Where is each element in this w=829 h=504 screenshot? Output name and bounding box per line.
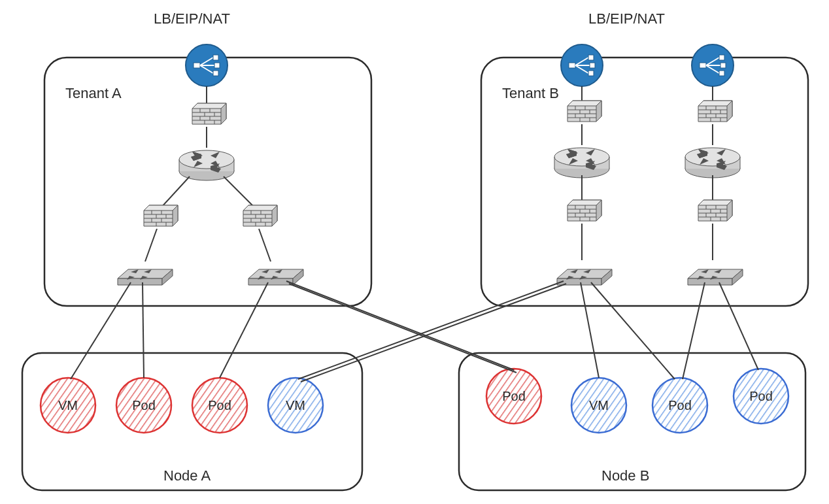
firewall-icon (698, 101, 732, 122)
vm-label: VM (286, 398, 305, 412)
svg-line-58 (220, 282, 268, 378)
svg-line-62 (719, 282, 758, 370)
switch-icon (118, 269, 173, 285)
firewall-icon (567, 101, 601, 122)
pod-label: Pod (668, 398, 692, 412)
router-icon (179, 150, 234, 180)
pod-label: Pod (132, 398, 156, 412)
firewall-icon (243, 205, 277, 226)
svg-line-56 (71, 282, 131, 379)
node-b-label: Node B (601, 467, 649, 484)
firewall-icon (567, 200, 601, 221)
svg-line-61 (683, 282, 705, 379)
tenant-a-label: Tenant A (65, 85, 122, 101)
load-balancer-icon (561, 44, 603, 86)
switch-icon (688, 269, 743, 285)
svg-line-60 (591, 282, 675, 379)
router-icon (685, 148, 740, 178)
tenant-b-label: Tenant B (502, 85, 559, 101)
firewall-icon (192, 103, 226, 124)
title-b: LB/EIP/NAT (588, 10, 665, 27)
svg-line-46 (145, 229, 157, 261)
title-a: LB/EIP/NAT (154, 10, 230, 27)
svg-line-45 (224, 176, 255, 208)
svg-line-57 (143, 282, 144, 378)
router-icon (554, 148, 609, 178)
pod-label: Pod (502, 389, 526, 403)
switch-icon (248, 269, 303, 285)
switch-icon (557, 269, 612, 285)
svg-line-47 (259, 229, 271, 261)
vm-label: VM (589, 398, 609, 412)
load-balancer-icon (186, 44, 228, 86)
vm-label: VM (58, 398, 78, 412)
load-balancer-icon (692, 44, 734, 86)
svg-line-59 (581, 282, 599, 378)
pod-label: Pod (749, 389, 773, 403)
pod-label: Pod (208, 398, 231, 412)
firewall-icon (144, 205, 178, 226)
diagram-canvas: LB/EIP/NAT LB/EIP/NAT Tenant A Tenant B … (0, 0, 829, 504)
firewall-icon (698, 200, 732, 221)
node-a-label: Node A (163, 467, 211, 484)
svg-line-44 (161, 176, 190, 208)
